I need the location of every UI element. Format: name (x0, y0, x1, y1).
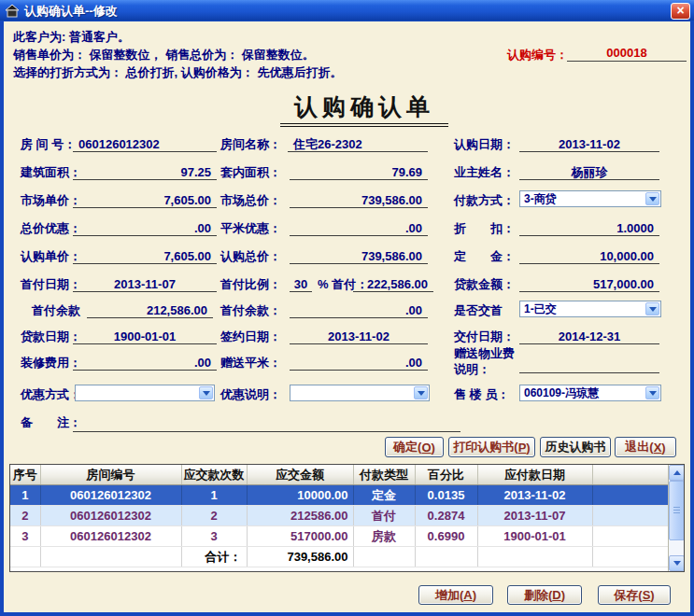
room-name-field[interactable]: 住宅26-2302 (288, 137, 428, 152)
scrollbar-thumb[interactable] (669, 481, 685, 540)
discount-method-label: 优惠方式： (21, 387, 81, 401)
sqm-discount-field[interactable]: .00 (290, 221, 428, 236)
table-total-row: 合计： 739,586.00 (10, 547, 668, 567)
loan-date-field[interactable]: 1900-01-01 (73, 329, 217, 344)
print-confirm-book-button[interactable]: 打印认购书(P) (448, 437, 535, 457)
total-discount-field[interactable]: .00 (73, 221, 217, 236)
market-total-price-label: 市场总价： (220, 193, 281, 207)
loan-amount-label: 贷款金额： (454, 277, 515, 291)
info-line-3: 选择的打折方式为： 总价打折, 认购价格为： 先优惠后打折。 (13, 64, 342, 81)
col-header[interactable]: 应付款日期 (477, 465, 592, 485)
col-header[interactable]: 百分比 (415, 465, 477, 485)
inner-area-label: 套内面积： (220, 165, 281, 179)
window-title: 认购确认单--修改 (24, 3, 118, 20)
downpay-date-field[interactable]: 2013-11-07 (73, 277, 217, 292)
history-confirm-book-button[interactable]: 历史认购书 (540, 437, 611, 457)
exit-button[interactable]: 退出(X) (615, 437, 676, 457)
market-unit-price-field[interactable]: 7,605.00 (73, 193, 217, 208)
info-line-2: 销售单价为： 保留整数位， 销售总价为： 保留整数位。 (13, 47, 315, 63)
chevron-down-icon[interactable] (645, 386, 659, 399)
discount-field[interactable]: 1.0000 (519, 221, 659, 236)
chevron-down-icon[interactable] (645, 192, 659, 205)
close-button[interactable]: × (671, 3, 690, 20)
downpay-ratio-field[interactable]: 30 (290, 277, 312, 292)
downpay-ratio-label: 首付比例： (220, 277, 281, 291)
save-button[interactable]: 保存(S) (598, 585, 671, 605)
deposit-field[interactable]: 10,000.00 (519, 249, 659, 264)
confirm-button[interactable]: 确定(O) (385, 437, 444, 457)
salesman-dropdown[interactable]: 060109-冯琼慧 (519, 385, 661, 401)
sqm-discount-label: 平米优惠： (220, 221, 281, 235)
order-no-label: 认购编号： (507, 47, 568, 63)
sign-date-field[interactable]: 2013-11-02 (290, 329, 428, 344)
col-header[interactable]: 房间编号 (40, 465, 181, 485)
gift-property-field[interactable] (519, 358, 659, 373)
deposit-label: 定 金： (454, 249, 515, 263)
form-title: 认购确认单 (280, 91, 448, 127)
discount-desc-dropdown[interactable] (290, 385, 430, 401)
confirm-unit-price-field[interactable]: 7,605.00 (73, 249, 217, 264)
remark-field[interactable] (73, 417, 460, 432)
total-label: 合计： (181, 547, 247, 567)
salesman-value: 060109-冯琼慧 (524, 386, 599, 399)
table-row[interactable]: 3 060126012302 3 517000.00 房款 0.6990 190… (10, 526, 668, 547)
owner-name-label: 业主姓名： (454, 165, 515, 179)
loan-amount-field[interactable]: 517,000.00 (519, 277, 659, 292)
owner-name-field[interactable]: 杨丽珍 (519, 165, 659, 180)
discount-desc-label: 优惠说明： (220, 387, 281, 401)
col-header[interactable]: 应交金额 (247, 465, 353, 485)
col-header-empty (592, 465, 668, 485)
chevron-down-icon[interactable] (645, 302, 659, 315)
table-scrollbar[interactable] (668, 465, 684, 571)
window-icon (5, 4, 20, 18)
downpay-rest-left-label: 首付余款 (32, 303, 80, 317)
deliver-date-label: 交付日期： (454, 329, 515, 343)
title-bar: 认购确认单--修改 × (0, 0, 694, 21)
table-row[interactable]: 2 060126012302 2 212586.00 首付 0.2874 201… (10, 506, 668, 526)
downpay-rest-mid-label: 首付余款： (220, 303, 281, 317)
decorate-fee-field[interactable]: .00 (73, 356, 217, 371)
pay-method-value: 3-商贷 (524, 192, 557, 205)
pay-method-dropdown[interactable]: 3-商贷 (519, 190, 661, 207)
market-total-price-field[interactable]: 739,586.00 (290, 193, 428, 208)
downpay-rest-mid-field[interactable]: .00 (290, 303, 428, 318)
dialog-window: 认购确认单--修改 × 此客户为: 普通客户。 销售单价为： 保留整数位， 销售… (0, 0, 694, 616)
inner-area-field[interactable]: 79.69 (290, 165, 428, 180)
downpay-amount-field[interactable]: 222,586.00 (353, 277, 433, 292)
delete-button[interactable]: 删除(D) (507, 585, 582, 605)
table-header-row: 序号 房间编号 应交款次数 应交金额 付款类型 百分比 应付款日期 (10, 465, 668, 485)
col-header[interactable]: 序号 (10, 465, 40, 485)
info-line-1: 此客户为: 普通客户。 (13, 29, 130, 46)
gift-sqm-label: 赠送平米： (220, 356, 281, 370)
gift-property-label-line2: 说明： (454, 362, 490, 376)
room-no-field[interactable]: 060126012302 (73, 137, 217, 152)
deliver-date-field[interactable]: 2014-12-31 (519, 329, 659, 344)
room-no-label: 房 间 号： (21, 137, 76, 151)
paid-first-dropdown[interactable]: 1-已交 (519, 301, 661, 317)
confirm-total-price-label: 认购总价： (220, 249, 281, 263)
gift-sqm-field[interactable]: .00 (290, 356, 428, 371)
scroll-up-icon[interactable] (669, 465, 685, 481)
chevron-down-icon[interactable] (414, 386, 428, 399)
gift-property-label-line1: 赠送物业费 (454, 346, 515, 360)
room-name-label: 房间名称： (220, 137, 281, 151)
scroll-down-icon[interactable] (669, 555, 685, 571)
chevron-down-icon[interactable] (199, 386, 213, 399)
pay-method-label: 付款方式： (454, 193, 515, 207)
confirm-date-label: 认购日期： (454, 137, 515, 151)
payment-schedule-table: 序号 房间编号 应交款次数 应交金额 付款类型 百分比 应付款日期 1 0601… (9, 464, 685, 572)
discount-method-dropdown[interactable] (75, 385, 215, 401)
total-value: 739,586.00 (247, 547, 353, 567)
confirm-total-price-field[interactable]: 739,586.00 (290, 249, 428, 264)
add-button[interactable]: 增加(A) (418, 585, 493, 605)
discount-label: 折 扣： (454, 221, 515, 235)
salesman-label: 售 楼 员： (454, 387, 509, 401)
build-area-field[interactable]: 97.25 (73, 165, 217, 180)
confirm-date-field[interactable]: 2013-11-02 (519, 137, 659, 152)
col-header[interactable]: 付款类型 (353, 465, 415, 485)
sign-date-label: 签约日期： (220, 329, 281, 343)
paid-first-label: 是否交首 (454, 303, 503, 317)
table-row[interactable]: 1 060126012302 1 10000.00 定金 0.0135 2013… (10, 485, 668, 506)
downpay-rest-left-field[interactable]: 212,586.00 (87, 303, 213, 318)
col-header[interactable]: 应交款次数 (181, 465, 247, 485)
